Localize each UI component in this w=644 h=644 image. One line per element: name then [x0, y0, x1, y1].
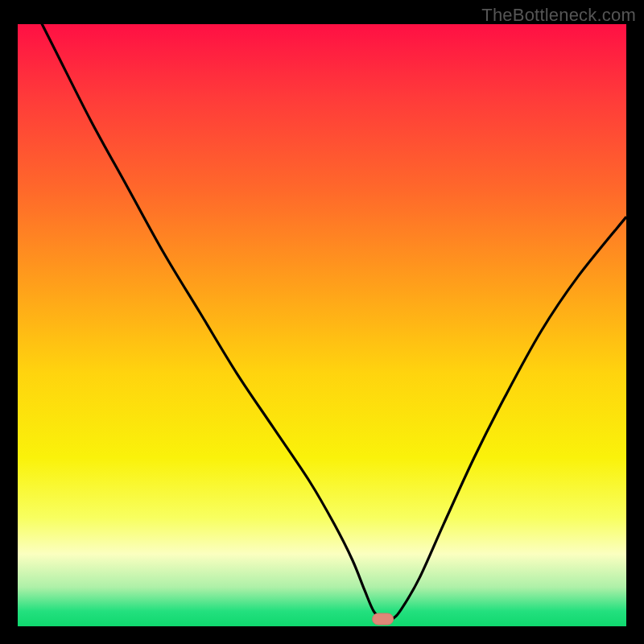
watermark-label: TheBottleneck.com: [481, 5, 636, 26]
gradient-background: [18, 24, 626, 626]
optimal-marker: [373, 613, 394, 625]
bottleneck-chart: [18, 24, 626, 626]
chart-frame: TheBottleneck.com: [0, 0, 644, 644]
plot-area: [18, 24, 626, 626]
